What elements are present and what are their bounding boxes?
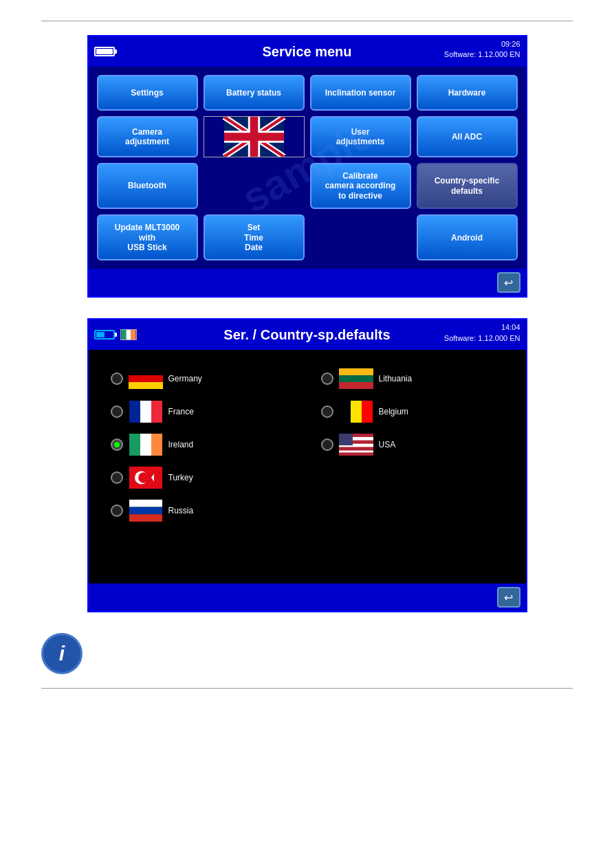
svg-rect-33 bbox=[339, 453, 373, 456]
germany-label: Germany bbox=[168, 374, 203, 383]
country-item-lithuania[interactable]: Lithuania bbox=[321, 364, 504, 394]
info-icon: i bbox=[41, 633, 83, 674]
radio-lithuania[interactable] bbox=[321, 372, 333, 385]
screen1-title: Service menu bbox=[262, 44, 351, 60]
screen1-time: 09:26 bbox=[501, 40, 520, 48]
back-arrow-icon: ↩ bbox=[504, 276, 513, 289]
belgium-label: Belgium bbox=[379, 407, 413, 416]
radio-russia[interactable] bbox=[111, 504, 123, 517]
svg-rect-26 bbox=[151, 434, 162, 456]
lithuania-label: Lithuania bbox=[379, 374, 413, 383]
france-label: France bbox=[168, 407, 203, 416]
svg-rect-41 bbox=[129, 515, 162, 522]
radio-ireland-dot bbox=[114, 442, 120, 447]
radio-turkey[interactable] bbox=[111, 471, 123, 484]
country-item-russia[interactable]: Russia bbox=[111, 496, 294, 526]
svg-rect-16 bbox=[339, 375, 373, 382]
radio-germany[interactable] bbox=[111, 372, 123, 385]
turkey-label: Turkey bbox=[168, 473, 203, 482]
svg-rect-40 bbox=[129, 507, 162, 515]
screen1-time-software: 09:26 Software: 1.12.000 EN bbox=[444, 39, 520, 60]
battery-icon bbox=[94, 47, 115, 56]
top-divider bbox=[41, 21, 573, 21]
country-specific-defaults-button[interactable]: Country-specificdefaults bbox=[417, 163, 518, 209]
info-icon-container: i bbox=[41, 633, 614, 674]
page-wrapper: Service menu 09:26 Software: 1.12.000 EN… bbox=[0, 0, 614, 709]
country-item-france[interactable]: France bbox=[111, 397, 294, 427]
svg-rect-9 bbox=[121, 330, 126, 340]
battery-status-button[interactable]: Battery status bbox=[204, 75, 305, 111]
svg-rect-11 bbox=[131, 330, 135, 340]
uk-flag-cell bbox=[204, 116, 305, 157]
button-grid: Settings Battery status Inclination sens… bbox=[97, 75, 518, 260]
empty-country-col2 bbox=[321, 463, 504, 493]
svg-point-37 bbox=[138, 473, 149, 483]
svg-rect-39 bbox=[129, 500, 162, 507]
svg-rect-12 bbox=[129, 368, 163, 375]
screen2-body: Germany Lithuania bbox=[89, 350, 526, 583]
bluetooth-button[interactable]: Bluetooth bbox=[97, 163, 198, 209]
bottom-divider bbox=[41, 688, 573, 689]
svg-rect-24 bbox=[129, 434, 140, 456]
svg-rect-19 bbox=[140, 401, 151, 423]
screen2-back-arrow-icon: ↩ bbox=[504, 591, 513, 604]
svg-rect-13 bbox=[129, 375, 163, 382]
user-adjustments-button[interactable]: Useradjustments bbox=[310, 116, 411, 157]
radio-belgium[interactable] bbox=[321, 405, 333, 418]
belgium-flag bbox=[339, 401, 373, 423]
radio-usa[interactable] bbox=[321, 438, 333, 451]
country-item-usa[interactable]: USA bbox=[321, 430, 504, 460]
screen2-footer: ↩ bbox=[89, 583, 526, 611]
svg-rect-17 bbox=[339, 382, 373, 389]
svg-rect-10 bbox=[126, 330, 131, 340]
lithuania-flag bbox=[339, 368, 373, 390]
svg-rect-34 bbox=[339, 434, 353, 445]
russia-flag bbox=[129, 500, 163, 522]
usa-flag bbox=[339, 434, 373, 456]
svg-rect-21 bbox=[340, 401, 351, 423]
update-mlt3000-button[interactable]: Update MLT3000withUSB Stick bbox=[97, 214, 198, 260]
country-item-turkey[interactable]: Turkey bbox=[111, 463, 294, 493]
svg-rect-15 bbox=[339, 368, 373, 375]
svg-rect-23 bbox=[362, 401, 373, 423]
svg-rect-8 bbox=[224, 133, 284, 141]
screen2-header: Ser. / Country-sp.defaults 14:04 Softwar… bbox=[89, 320, 526, 350]
ireland-header-flag bbox=[120, 329, 137, 340]
screen2-software: Software: 1.12.000 EN bbox=[444, 334, 520, 342]
screen2-battery-fill bbox=[96, 332, 105, 337]
svg-rect-18 bbox=[129, 401, 140, 423]
screen1-footer: ↩ bbox=[89, 269, 526, 296]
android-button[interactable]: Android bbox=[417, 214, 518, 260]
inclination-sensor-button[interactable]: Inclination sensor bbox=[310, 75, 411, 111]
svg-rect-14 bbox=[129, 382, 163, 389]
screen2-time-software: 14:04 Software: 1.12.000 EN bbox=[444, 322, 520, 344]
screen1-back-button[interactable]: ↩ bbox=[497, 272, 520, 293]
country-item-belgium[interactable]: Belgium bbox=[321, 397, 504, 427]
russia-label: Russia bbox=[168, 506, 203, 515]
svg-rect-31 bbox=[339, 447, 373, 451]
country-item-germany[interactable]: Germany bbox=[111, 364, 294, 394]
screen2-battery-block bbox=[94, 330, 115, 340]
screen2-battery-icon bbox=[94, 329, 137, 340]
settings-button[interactable]: Settings bbox=[97, 75, 198, 111]
country-grid: Germany Lithuania bbox=[97, 358, 518, 531]
svg-rect-20 bbox=[151, 401, 162, 423]
radio-ireland[interactable] bbox=[111, 438, 123, 451]
screen2-time: 14:04 bbox=[501, 323, 520, 331]
hardware-button[interactable]: Hardware bbox=[417, 75, 518, 111]
all-adc-button[interactable]: All ADC bbox=[417, 116, 518, 157]
screen2-back-button[interactable]: ↩ bbox=[497, 587, 520, 608]
ireland-flag bbox=[129, 434, 163, 456]
radio-france[interactable] bbox=[111, 405, 123, 418]
screen2-title: Ser. / Country-sp.defaults bbox=[223, 327, 390, 343]
germany-flag bbox=[129, 368, 163, 390]
ireland-label: Ireland bbox=[168, 440, 203, 449]
turkey-flag bbox=[129, 467, 163, 489]
country-item-ireland[interactable]: Ireland bbox=[111, 430, 294, 460]
set-time-date-button[interactable]: SetTimeDate bbox=[204, 214, 305, 260]
camera-adjustment-button[interactable]: Cameraadjustment bbox=[97, 116, 198, 157]
calibrate-camera-button[interactable]: Calibratecamera accordingto directive bbox=[310, 163, 411, 209]
france-flag bbox=[129, 401, 163, 423]
battery-block bbox=[94, 47, 115, 56]
battery-fill bbox=[96, 49, 113, 54]
